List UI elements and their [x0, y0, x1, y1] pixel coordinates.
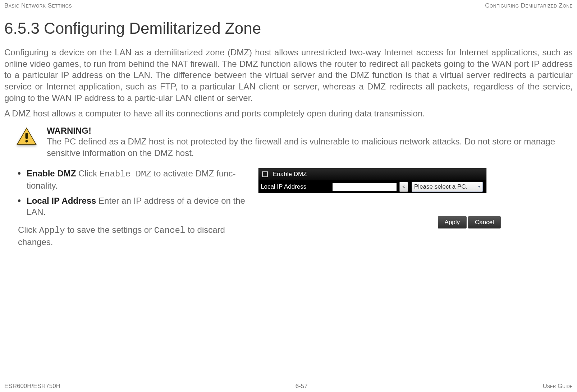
list-item: Enable DMZ Click Enable DMZ to activate …: [18, 168, 255, 191]
intro-paragraph-2: A DMZ host allows a computer to have all…: [4, 108, 573, 119]
local-ip-label: Local IP Address: [261, 183, 333, 190]
enable-dmz-label: Enable DMZ: [273, 171, 307, 178]
page-title: 6.5.3 Configuring Demilitarized Zone: [4, 19, 573, 37]
warning-body: The PC defined as a DMZ host is not prot…: [47, 136, 573, 158]
pc-select-label: Please select a PC.: [414, 183, 467, 190]
page-footer: ESR600H/ESR750H 6-57 User Guide: [4, 383, 573, 390]
action-text: to save the settings or: [65, 225, 154, 235]
footer-page-number: 6-57: [296, 383, 308, 390]
term-enable-dmz: Enable DMZ: [27, 169, 76, 178]
apply-button[interactable]: Apply: [438, 216, 467, 229]
button-row: Apply Cancel: [258, 216, 573, 229]
code-cancel: Cancel: [154, 226, 185, 235]
chevron-down-icon: ▾: [478, 184, 480, 189]
term-local-ip: Local IP Address: [27, 196, 96, 206]
svg-point-2: [26, 140, 28, 143]
intro-paragraph-1: Configuring a device on the LAN as a dem…: [4, 47, 573, 103]
warning-heading: WARNING!: [47, 126, 573, 136]
warning-block: WARNING! The PC defined as a DMZ host is…: [4, 126, 573, 158]
svg-rect-1: [26, 133, 28, 139]
action-paragraph: Click Apply to save the settings or Canc…: [18, 224, 255, 248]
footer-model: ESR600H/ESR750H: [4, 383, 60, 390]
warning-icon: [17, 127, 37, 147]
page-header: Basic Network Settings Configuring Demil…: [4, 0, 573, 13]
code-apply: Apply: [39, 226, 65, 235]
list-item: Local IP Address Enter an IP address of …: [18, 195, 255, 218]
cancel-button[interactable]: Cancel: [468, 216, 501, 229]
ip-copy-button[interactable]: <: [399, 182, 408, 192]
footer-guide: User Guide: [542, 383, 573, 390]
enable-dmz-checkbox[interactable]: [262, 171, 268, 177]
local-ip-input[interactable]: [333, 183, 397, 191]
enable-dmz-row: Enable DMZ: [258, 168, 486, 180]
header-right: Configuring Demilitarized Zone: [485, 2, 573, 9]
def-text: Click: [76, 169, 99, 178]
dmz-settings-panel: Enable DMZ Local IP Address < Please sel…: [258, 168, 487, 193]
definition-list: Enable DMZ Click Enable DMZ to activate …: [18, 168, 255, 218]
local-ip-row: Local IP Address < Please select a PC. ▾: [258, 180, 486, 193]
action-text: Click: [18, 225, 39, 235]
code-enable-dmz: Enable DMZ: [100, 169, 151, 179]
pc-select-dropdown[interactable]: Please select a PC. ▾: [412, 182, 483, 192]
header-left: Basic Network Settings: [4, 2, 72, 9]
